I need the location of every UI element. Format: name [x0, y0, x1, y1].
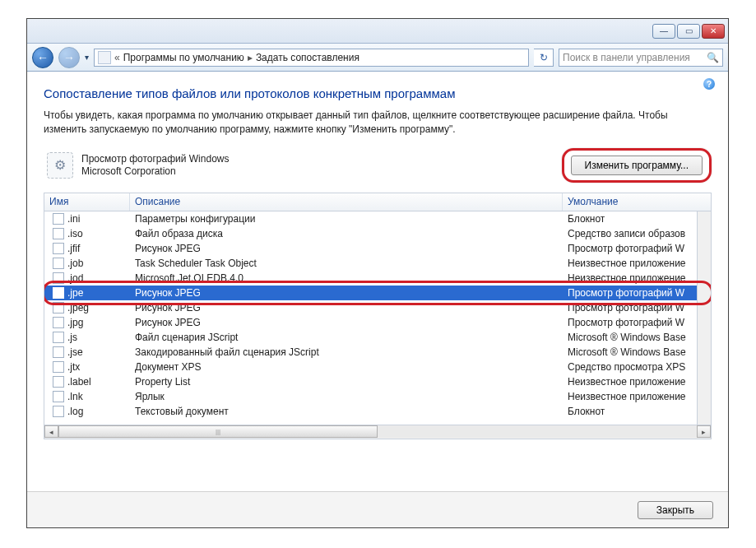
navbar: ← → ▾ « Программы по умолчанию ▸ Задать … [27, 44, 728, 72]
table-row[interactable]: .labelProperty ListНеизвестное приложени… [44, 374, 711, 389]
content-area: ? Сопоставление типов файлов или протоко… [27, 72, 728, 491]
window: — ▭ ✕ ← → ▾ « Программы по умолчанию ▸ З… [26, 18, 729, 528]
list-body[interactable]: .iniПараметры конфигурацииБлокнот.isoФай… [44, 211, 711, 425]
cell-extension: .jse [44, 346, 130, 358]
help-icon[interactable]: ? [703, 78, 715, 90]
file-type-icon [53, 213, 64, 225]
breadcrumb-item-1[interactable]: Программы по умолчанию [123, 52, 244, 63]
footer: Закрыть [27, 491, 728, 527]
cell-default: Просмотр фотографий W [563, 317, 711, 328]
breadcrumb[interactable]: « Программы по умолчанию ▸ Задать сопост… [94, 49, 529, 67]
cell-description: Рисунок JPEG [130, 243, 563, 254]
file-type-icon [53, 346, 64, 358]
cell-description: Рисунок JPEG [130, 287, 563, 299]
search-input[interactable]: Поиск в панели управления 🔍 [559, 49, 723, 67]
change-program-highlight: Изменить программу... [562, 148, 712, 183]
file-type-icon [53, 258, 64, 269]
default-program-row: ⚙ Просмотр фотографий Windows Microsoft … [44, 148, 712, 183]
column-header-description[interactable]: Описание [130, 193, 563, 211]
scroll-right-button[interactable]: ▸ [697, 425, 711, 438]
table-row[interactable]: .iniПараметры конфигурацииБлокнот [44, 211, 711, 226]
table-row[interactable]: .jfifРисунок JPEGПросмотр фотографий W [44, 241, 711, 256]
cell-description: Файл сценария JScript [130, 332, 563, 343]
cell-description: Файл образа диска [130, 228, 563, 239]
file-type-icon [53, 391, 64, 402]
cell-description: Рисунок JPEG [130, 302, 563, 313]
cell-default: Средство просмотра XPS [563, 361, 711, 373]
breadcrumb-item-2[interactable]: Задать сопоставления [256, 52, 359, 63]
cell-extension: .jtx [44, 361, 130, 373]
vertical-scrollbar[interactable] [697, 211, 711, 425]
cell-extension: .job [44, 258, 130, 269]
cell-extension: .iso [44, 228, 130, 239]
search-placeholder: Поиск в панели управления [563, 52, 690, 63]
cell-description: Property List [130, 376, 563, 388]
scrollbar-track[interactable]: ||| [58, 425, 697, 438]
table-row[interactable]: .jobTask Scheduler Task ObjectНеизвестно… [44, 256, 711, 271]
cell-description: Task Scheduler Task Object [130, 258, 563, 269]
nav-history-dropdown-icon[interactable]: ▾ [85, 53, 89, 62]
file-type-icon [53, 376, 64, 388]
change-program-button[interactable]: Изменить программу... [571, 156, 703, 175]
cell-description: Рисунок JPEG [130, 317, 563, 328]
cell-default: Неизвестное приложение [563, 376, 711, 388]
cell-extension: .jpg [44, 317, 130, 328]
table-row[interactable]: .isoФайл образа дискаСредство записи обр… [44, 226, 711, 241]
file-type-icon [53, 228, 64, 239]
table-row[interactable]: .jtxДокумент XPSСредство просмотра XPS [44, 360, 711, 374]
horizontal-scrollbar[interactable]: ◂ ||| ▸ [44, 425, 711, 439]
cell-default: Средство записи образов [563, 228, 711, 239]
back-button[interactable]: ← [32, 47, 53, 68]
cell-default: Просмотр фотографий W [563, 302, 711, 313]
cell-extension: .jpeg [44, 302, 130, 313]
titlebar: — ▭ ✕ [27, 19, 728, 44]
file-type-icon [53, 243, 64, 254]
minimize-button[interactable]: — [652, 24, 675, 39]
program-name: Просмотр фотографий Windows [81, 153, 554, 165]
table-row[interactable]: .jpeРисунок JPEGПросмотр фотографий W [44, 286, 711, 300]
cell-default: Неизвестное приложение [563, 272, 711, 284]
page-description: Чтобы увидеть, какая программа по умолча… [44, 109, 712, 137]
table-row[interactable]: .lnkЯрлыкНеизвестное приложение [44, 389, 711, 404]
scroll-left-button[interactable]: ◂ [44, 425, 58, 438]
cell-description: Документ XPS [130, 361, 563, 373]
file-type-icon [53, 272, 64, 284]
cell-description: Ярлык [130, 391, 563, 402]
program-icon: ⚙ [47, 152, 73, 179]
file-type-icon [53, 302, 64, 313]
file-type-list: Имя Описание Умолчание .iniПараметры кон… [44, 193, 712, 439]
table-row[interactable]: .jpegРисунок JPEGПросмотр фотографий W [44, 300, 711, 315]
cell-description: Параметры конфигурации [130, 213, 563, 225]
cell-description: Текстовый документ [130, 406, 563, 417]
program-publisher: Microsoft Corporation [81, 165, 554, 178]
cell-default: Неизвестное приложение [563, 258, 711, 269]
scrollbar-thumb[interactable]: ||| [58, 425, 378, 438]
cell-extension: .lnk [44, 391, 130, 402]
file-type-icon [53, 287, 64, 299]
column-header-default[interactable]: Умолчание [563, 193, 711, 211]
cell-extension: .log [44, 406, 130, 417]
table-row[interactable]: .jseЗакодированный файл сценария JScript… [44, 345, 711, 360]
file-type-icon [53, 361, 64, 373]
cell-default: Блокнот [563, 213, 711, 225]
cell-description: Microsoft.Jet.OLEDB.4.0 [130, 272, 563, 284]
table-row[interactable]: .logТекстовый документБлокнот [44, 404, 711, 419]
cell-default: Microsoft ® Windows Base [563, 332, 711, 343]
forward-button[interactable]: → [58, 47, 80, 68]
cell-extension: .jfif [44, 243, 130, 254]
table-row[interactable]: .jsФайл сценария JScriptMicrosoft ® Wind… [44, 330, 711, 345]
maximize-button[interactable]: ▭ [677, 24, 700, 39]
control-panel-icon [98, 51, 111, 64]
refresh-button[interactable]: ↻ [534, 49, 554, 67]
close-button[interactable]: Закрыть [638, 501, 713, 519]
table-row[interactable]: .jodMicrosoft.Jet.OLEDB.4.0Неизвестное п… [44, 271, 711, 286]
column-header-name[interactable]: Имя [44, 193, 130, 211]
cell-default: Microsoft ® Windows Base [563, 346, 711, 358]
cell-extension: .ini [44, 213, 130, 225]
breadcrumb-sep-icon: « [114, 52, 120, 63]
cell-default: Просмотр фотографий W [563, 243, 711, 254]
cell-default: Блокнот [563, 406, 711, 417]
table-row[interactable]: .jpgРисунок JPEGПросмотр фотографий W [44, 315, 711, 330]
search-icon: 🔍 [707, 52, 719, 63]
close-window-button[interactable]: ✕ [702, 24, 725, 39]
